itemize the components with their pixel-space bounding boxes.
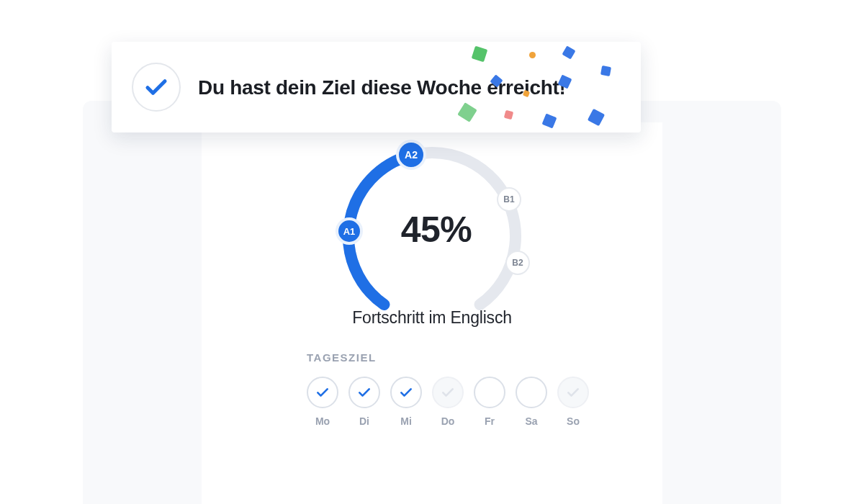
confetti-icon [588,109,605,126]
day-label: Mo [315,415,330,427]
confetti-icon [600,66,611,76]
goal-reached-toast: Du hast dein Ziel diese Woche erreicht! [112,42,641,132]
progress-percent: 45% [401,209,472,251]
confetti-icon [457,102,477,122]
day-circle [474,377,505,408]
day-circle [516,377,547,408]
day-circle [390,377,422,408]
progress-subtitle: Fortschritt im Englisch [202,308,662,328]
day-label: Sa [525,415,537,427]
level-badge-a1: A1 [336,217,363,245]
check-icon [132,63,181,112]
day-label: Fr [485,415,495,427]
confetti-icon [504,110,513,120]
check-icon [357,385,372,400]
check-icon [315,385,330,400]
progress-card: A1 A2 B1 B2 45% Fortschritt im Englisch … [202,122,662,504]
day-circle [557,377,589,408]
day-circle [307,377,338,408]
confetti-icon [562,45,575,59]
day-label: Do [441,415,455,427]
day-label: Di [359,415,369,427]
progress-arc: A1 A2 B1 B2 45% [317,128,547,315]
level-badge-label: B1 [503,194,514,204]
day-item[interactable]: Do [432,377,464,427]
level-badge-b2: B2 [505,251,530,275]
day-label: Mi [400,415,412,427]
day-item[interactable]: Di [348,377,380,427]
level-badge-b1: B1 [497,187,521,212]
confetti-icon [529,52,536,58]
day-circle [348,377,380,408]
day-item[interactable]: Sa [516,377,547,427]
level-badge-label: B2 [512,258,523,268]
daily-goal-label: TAGESZIEL [307,351,609,364]
day-item[interactable]: So [557,377,589,427]
day-item[interactable]: Fr [474,377,505,427]
check-icon [399,385,413,400]
day-label: So [567,415,580,427]
level-badge-a2: A2 [396,140,426,170]
day-circle [432,377,464,408]
confetti-icon [542,114,557,129]
daily-goal-section: TAGESZIEL MoDiMiDoFrSaSo [307,351,609,427]
day-item[interactable]: Mo [307,377,338,427]
check-icon [566,385,580,400]
confetti-icon [472,46,488,63]
check-icon [441,385,455,400]
day-item[interactable]: Mi [390,377,422,427]
level-badge-label: A2 [405,149,418,161]
daily-goal-days: MoDiMiDoFrSaSo [307,377,609,427]
level-badge-label: A1 [343,226,356,237]
toast-message: Du hast dein Ziel diese Woche erreicht! [198,75,566,100]
